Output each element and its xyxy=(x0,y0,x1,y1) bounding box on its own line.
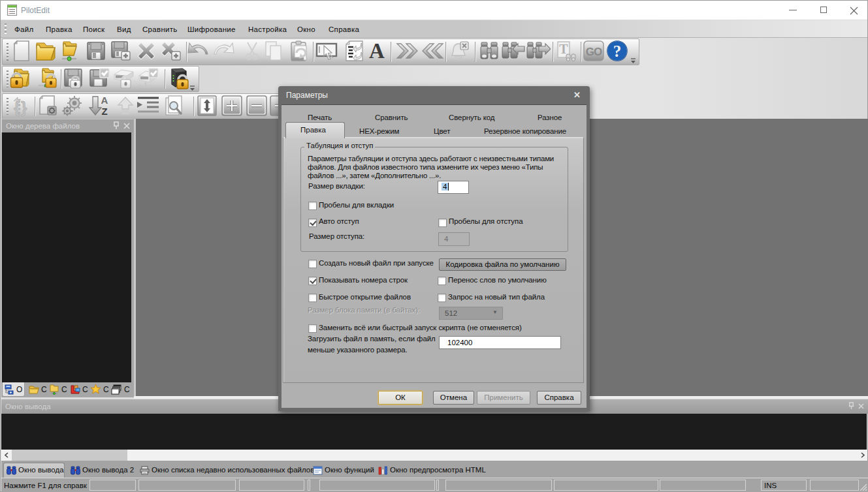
svg-text:A: A xyxy=(101,95,108,106)
svg-text:GO: GO xyxy=(586,46,602,58)
svg-text:A: A xyxy=(369,40,385,62)
svg-text:?: ? xyxy=(613,42,622,60)
svg-text:}: } xyxy=(21,99,27,116)
svg-text:Z: Z xyxy=(101,106,107,117)
